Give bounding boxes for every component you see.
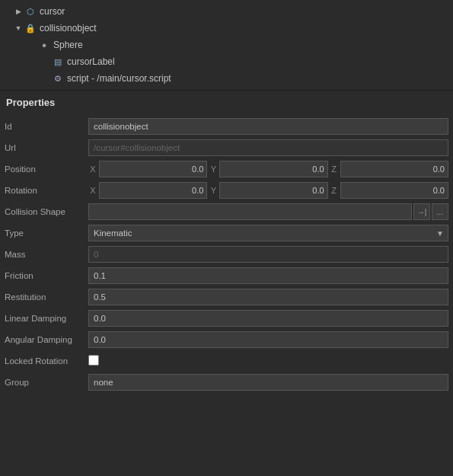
input-group[interactable] [88,374,448,391]
tree-item-sphere[interactable]: ▶ ● Sphere [0,37,453,53]
properties-title: Properties [5,97,448,108]
properties-panel: Properties Id Url Position X Y Z Rotatio… [0,91,453,401]
input-restitution[interactable] [88,289,448,305]
input-rotation-z[interactable] [340,182,448,199]
prop-row-group: Group [5,373,448,391]
prop-row-id: Id [5,117,448,136]
input-collision-shape[interactable] [88,203,412,220]
label-type: Type [5,228,88,238]
input-position-y[interactable] [219,161,327,177]
input-url[interactable] [88,139,448,156]
prop-row-linear-damping: Linear Damping [5,309,448,327]
label-locked-rotation: Locked Rotation [5,356,88,366]
icon-collision: 🔒 [24,22,37,34]
prop-row-url: Url [5,139,448,157]
input-linear-damping[interactable] [88,310,448,327]
icon-label: ▤ [52,56,64,68]
value-angular-damping [88,331,448,348]
label-friction: Friction [5,271,88,280]
prop-row-collision-shape: Collision Shape →| ... [5,203,448,221]
input-friction[interactable] [88,267,448,284]
coord-group-position: X Y Z [88,161,448,177]
input-angular-damping[interactable] [88,331,448,348]
coord-x-label-rot: X [88,186,97,195]
value-linear-damping [88,310,448,327]
coord-z-label-pos: Z [330,165,339,174]
value-group [88,374,448,391]
icon-sphere: ● [38,39,50,51]
arrow-collision: ▼ [14,24,23,33]
tree-item-cursor[interactable]: ▶ ⬡ cursor [0,3,453,20]
label-rotation: Rotation [5,186,88,195]
tree-label-collisionobject: collisionobject [40,23,97,34]
type-select-wrap: Kinematic Dynamic Static Trigger ▼ [88,225,448,241]
label-collision-shape: Collision Shape [5,207,88,216]
prop-row-type: Type Kinematic Dynamic Static Trigger ▼ [5,224,448,242]
select-type[interactable]: Kinematic Dynamic Static Trigger [88,225,448,241]
label-angular-damping: Angular Damping [5,335,88,344]
tree-item-collisionobject[interactable]: ▼ 🔒 collisionobject [0,20,453,37]
value-id [88,118,448,135]
value-locked-rotation [88,355,448,368]
tree-label-sphere: Sphere [53,40,83,50]
prop-row-restitution: Restitution [5,288,448,306]
prop-row-position: Position X Y Z [5,160,448,178]
prop-row-mass: Mass [5,245,448,264]
coord-y-label-rot: Y [209,186,218,195]
checkbox-locked-rotation[interactable] [88,355,99,366]
label-restitution: Restitution [5,292,88,302]
input-mass[interactable] [88,246,448,263]
label-url: Url [5,143,88,152]
coord-group-rotation: X Y Z [88,182,448,199]
input-rotation-x[interactable] [99,182,207,199]
tree-label-cursorlabel: cursorLabel [67,56,115,67]
input-rotation-y[interactable] [219,182,327,199]
prop-row-locked-rotation: Locked Rotation [5,352,448,370]
value-mass [88,246,448,263]
value-restitution [88,289,448,305]
prop-row-friction: Friction [5,267,448,285]
value-friction [88,267,448,284]
label-mass: Mass [5,250,88,259]
input-position-z[interactable] [340,161,448,177]
label-position: Position [5,165,88,174]
collision-shape-row: →| ... [88,203,448,220]
value-url [88,139,448,156]
arrow-cursor: ▶ [14,7,23,16]
prop-row-rotation: Rotation X Y Z [5,181,448,200]
tree-item-script[interactable]: ▶ ⚙ script - /main/cursor.script [0,70,453,87]
coord-z-label-rot: Z [330,186,339,195]
tree-label-script: script - /main/cursor.script [67,73,171,84]
icon-cursor: ⬡ [24,5,37,18]
input-id[interactable] [88,118,448,135]
tree-label-cursor: cursor [40,6,65,17]
tree-panel: ▶ ⬡ cursor ▼ 🔒 collisionobject ▶ ● Spher… [0,0,453,91]
input-position-x[interactable] [99,161,207,177]
collision-shape-arrow-btn[interactable]: →| [413,203,430,220]
collision-shape-dots-btn[interactable]: ... [432,203,448,220]
tree-item-cursorlabel[interactable]: ▶ ▤ cursorLabel [0,53,453,70]
label-linear-damping: Linear Damping [5,314,88,323]
coord-x-label-pos: X [88,165,97,174]
label-group: Group [5,378,88,387]
label-id: Id [5,122,88,131]
coord-y-label-pos: Y [209,165,218,174]
icon-script: ⚙ [52,72,64,85]
prop-row-angular-damping: Angular Damping [5,331,448,349]
